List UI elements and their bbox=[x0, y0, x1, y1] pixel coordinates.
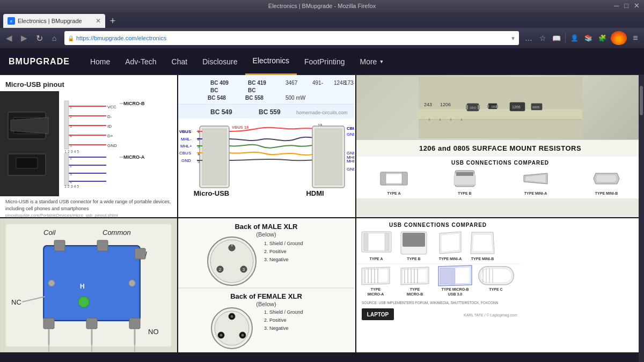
reader-view-btn[interactable]: 📖 bbox=[550, 32, 563, 45]
tab-title: Electronics | BMupgrade bbox=[18, 18, 91, 24]
svg-text:0805: 0805 bbox=[532, 106, 540, 109]
svg-text:TYPE: TYPE bbox=[371, 287, 381, 291]
smd-image-area: 243 1206 1RO 159 bbox=[356, 75, 644, 139]
smd-ruler-svg: 243 1206 1RO 159 bbox=[419, 77, 582, 138]
tab-bar: e Electronics | BMupgrade ✕ + bbox=[0, 12, 644, 28]
usb-conn-title: USB CONNECTIONS COMPARED bbox=[360, 160, 641, 166]
svg-rect-39 bbox=[178, 75, 354, 105]
micro-usb-desc-area: Micro-USB is a standard USB connector fo… bbox=[0, 196, 177, 217]
svg-text:(Below): (Below) bbox=[256, 301, 276, 307]
nav-home[interactable]: Home bbox=[83, 48, 118, 75]
svg-rect-4 bbox=[16, 158, 38, 168]
micro-usb-source: pinoutsguide.com/PortableDevices/micro_u… bbox=[5, 213, 172, 217]
svg-text:TYPE MINI-A: TYPE MINI-A bbox=[439, 257, 462, 261]
svg-text:LAPTOP: LAPTOP bbox=[367, 312, 389, 317]
svg-marker-192 bbox=[363, 269, 388, 283]
nav-chat[interactable]: Chat bbox=[164, 48, 195, 75]
nav-links: Home Adv-Tech Chat Disclosure Electronic… bbox=[83, 48, 635, 75]
home-button[interactable]: ⌂ bbox=[47, 31, 61, 45]
svg-marker-118 bbox=[596, 175, 617, 182]
scrollbar-track[interactable] bbox=[639, 75, 644, 362]
reload-button[interactable]: ↻ bbox=[32, 31, 46, 45]
svg-point-169 bbox=[241, 334, 244, 337]
active-tab[interactable]: e Electronics | BMupgrade ✕ bbox=[3, 14, 105, 28]
svg-text:1: 1 bbox=[197, 130, 200, 134]
nav-footprinting[interactable]: FootPrinting bbox=[297, 48, 352, 75]
svg-rect-211 bbox=[440, 268, 455, 284]
nav-more[interactable]: More ▼ bbox=[353, 48, 392, 75]
svg-text:3. Negative: 3. Negative bbox=[264, 326, 289, 331]
type-b-svg bbox=[449, 168, 481, 189]
library-btn[interactable]: 📚 bbox=[582, 32, 595, 45]
svg-rect-178 bbox=[385, 233, 389, 250]
svg-rect-215 bbox=[481, 269, 511, 283]
svg-rect-126 bbox=[54, 240, 65, 251]
svg-rect-28 bbox=[64, 153, 69, 186]
nav-extra-buttons: … ☆ 📖 👤 📚 🧩 ≡ bbox=[522, 31, 642, 45]
firefox-menu-btn[interactable] bbox=[611, 31, 627, 45]
svg-text:3. Negative: 3. Negative bbox=[264, 257, 289, 262]
address-bar[interactable]: 🔒 https://bmupgrade.com/electronics ▼ bbox=[64, 31, 519, 45]
svg-text:1. Shield / Ground: 1. Shield / Ground bbox=[264, 241, 303, 246]
website-content: BMUPGRADE Home Adv-Tech Chat Disclosure … bbox=[0, 48, 644, 362]
site-logo: BMUPGRADE bbox=[9, 57, 70, 67]
xlr-svg: Back of MALE XLR (Below) 1 2 3 1. Shield… bbox=[178, 218, 354, 351]
micro-usb-connector-top-svg bbox=[5, 104, 54, 147]
new-tab-btn[interactable]: + bbox=[105, 14, 120, 28]
svg-text:1. Shield / Ground: 1. Shield / Ground bbox=[264, 309, 303, 315]
scrollbar-thumb[interactable] bbox=[640, 86, 643, 115]
svg-text:USB CONNECTIONS COMPARED: USB CONNECTIONS COMPARED bbox=[389, 222, 487, 228]
extensions-btn[interactable]: 🧩 bbox=[596, 32, 609, 45]
nav-electronics[interactable]: Electronics bbox=[245, 48, 297, 75]
svg-rect-78 bbox=[315, 129, 342, 185]
bookmark-btn[interactable]: ☆ bbox=[536, 32, 549, 45]
svg-text:3: 3 bbox=[243, 267, 245, 272]
minimize-btn[interactable]: ─ bbox=[614, 2, 619, 10]
svg-rect-87 bbox=[419, 77, 582, 138]
titlebar-text: Electronics | BMupgrade - Mozilla Firefo… bbox=[268, 3, 376, 9]
svg-text:D-: D- bbox=[107, 114, 112, 119]
svg-text:HDMI: HDMI bbox=[306, 189, 324, 197]
svg-text:homemade-circuits.com: homemade-circuits.com bbox=[296, 110, 348, 115]
sync-btn[interactable]: 👤 bbox=[568, 32, 581, 45]
svg-text:TYPE: TYPE bbox=[410, 287, 420, 291]
lock-icon: 🔒 bbox=[68, 35, 74, 41]
svg-rect-127 bbox=[97, 240, 108, 251]
svg-rect-114 bbox=[456, 172, 473, 176]
close-btn[interactable]: ✕ bbox=[634, 2, 640, 10]
relay-svg: Coil Common Coil NC bbox=[1, 219, 177, 352]
url-dropdown-arrow[interactable]: ▼ bbox=[510, 35, 516, 41]
more-options-btn[interactable]: … bbox=[522, 32, 535, 45]
svg-text:BC: BC bbox=[248, 87, 255, 93]
tab-close-btn[interactable]: ✕ bbox=[96, 17, 101, 25]
nav-adv-tech[interactable]: Adv-Tech bbox=[118, 48, 164, 75]
svg-text:BC 409: BC 409 bbox=[210, 80, 229, 86]
svg-text:VBUS 18: VBUS 18 bbox=[232, 125, 248, 130]
usb-type-b: TYPE B bbox=[430, 168, 499, 195]
svg-text:Back of FEMALE XLR: Back of FEMALE XLR bbox=[230, 292, 302, 300]
back-button[interactable]: ◀ bbox=[2, 31, 16, 45]
svg-text:Coil: Coil bbox=[43, 228, 56, 237]
forward-button[interactable]: ▶ bbox=[17, 31, 31, 45]
nav-disclosure[interactable]: Disclosure bbox=[195, 48, 245, 75]
svg-rect-98 bbox=[478, 105, 480, 109]
svg-text:3467: 3467 bbox=[286, 80, 298, 86]
svg-text:BC 548: BC 548 bbox=[208, 95, 226, 101]
maximize-btn[interactable]: □ bbox=[624, 2, 628, 10]
micro-usb-connector-bottom-svg bbox=[5, 151, 54, 183]
svg-text:5: 5 bbox=[70, 144, 72, 147]
svg-text:1206: 1206 bbox=[512, 105, 521, 109]
hamburger-menu-btn[interactable]: ≡ bbox=[629, 32, 642, 45]
svg-text:TYPE MICRO-B: TYPE MICRO-B bbox=[442, 287, 469, 291]
svg-point-168 bbox=[220, 334, 223, 337]
svg-text:Back of MALE XLR: Back of MALE XLR bbox=[235, 223, 298, 231]
site-navbar: BMUPGRADE Home Adv-Tech Chat Disclosure … bbox=[0, 48, 644, 75]
svg-text:2. Positive: 2. Positive bbox=[264, 317, 287, 323]
micro-usb-title: Micro-USB pinout bbox=[5, 80, 64, 88]
svg-text:Micro-USB: Micro-USB bbox=[194, 189, 229, 197]
cell-usb-hdmi-diagram: homemade-circuits.com BC 409 BC 419 3467… bbox=[178, 75, 355, 217]
tab-favicon: e bbox=[8, 17, 15, 25]
svg-text:CBUS: CBUS bbox=[179, 151, 191, 156]
svg-rect-111 bbox=[402, 172, 407, 185]
svg-text:BC 559: BC 559 bbox=[259, 108, 281, 116]
